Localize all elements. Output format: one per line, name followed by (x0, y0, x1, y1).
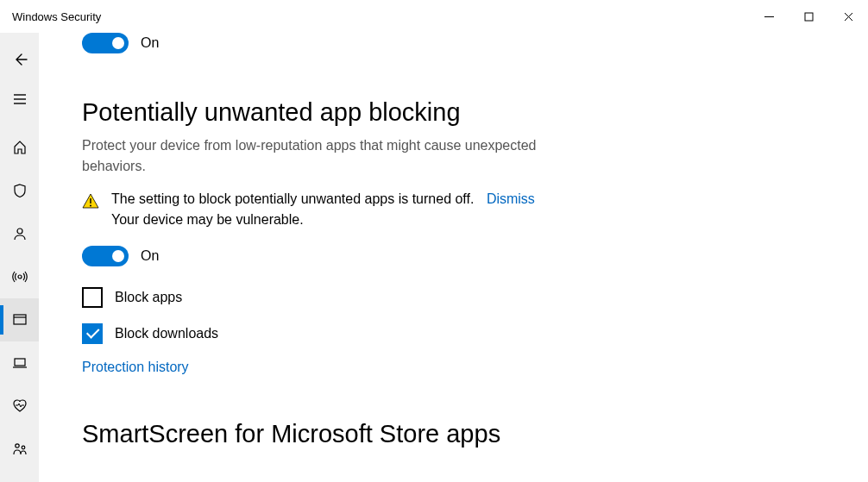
pua-warning-line1: The setting to block potentially unwante… (111, 191, 474, 206)
main-content: On Potentially unwanted app blocking Pro… (39, 33, 868, 482)
smartscreen-heading: SmartScreen for Microsoft Store apps (82, 420, 842, 448)
pua-warning-text-block: The setting to block potentially unwante… (111, 189, 535, 230)
protection-history-link[interactable]: Protection history (82, 360, 189, 375)
block-apps-row: Block apps (82, 287, 842, 308)
block-downloads-row: Block downloads (82, 323, 842, 344)
sidebar-item-device-security[interactable] (0, 341, 39, 385)
svg-rect-1 (805, 13, 813, 21)
pua-heading: Potentially unwanted app blocking (82, 98, 842, 127)
pua-description: Protect your device from low-reputation … (82, 135, 565, 177)
home-icon (12, 140, 28, 155)
body-area: On Potentially unwanted app blocking Pro… (0, 33, 868, 482)
pua-toggle-switch[interactable] (82, 246, 129, 266)
svg-point-12 (15, 444, 18, 448)
titlebar: Windows Security (0, 0, 868, 33)
maximize-button[interactable] (789, 0, 828, 33)
close-icon (844, 12, 853, 22)
window-controls (749, 0, 868, 33)
pua-warning-row: The setting to block potentially unwante… (82, 189, 842, 230)
minimize-button[interactable] (749, 0, 789, 33)
top-toggle-row: On (82, 33, 842, 53)
family-icon (12, 441, 28, 457)
sidebar (0, 33, 39, 482)
minimize-icon (764, 12, 774, 22)
close-button[interactable] (828, 0, 868, 33)
warning-icon (82, 192, 99, 210)
user-icon (12, 226, 28, 241)
sidebar-item-device-performance[interactable] (0, 385, 39, 428)
sidebar-item-virus[interactable] (0, 169, 39, 212)
svg-rect-9 (14, 315, 26, 324)
pua-toggle-label: On (141, 248, 159, 264)
smartscreen-section: SmartScreen for Microsoft Store apps (82, 420, 842, 448)
dismiss-link[interactable]: Dismiss (487, 191, 535, 206)
svg-point-7 (17, 228, 22, 234)
heart-icon (12, 398, 28, 414)
hamburger-icon (12, 91, 28, 107)
window-title: Windows Security (12, 10, 101, 23)
pua-warning-line2: Your device may be vulnerable. (111, 210, 535, 230)
svg-rect-11 (15, 359, 25, 366)
sidebar-item-account[interactable] (0, 212, 39, 255)
svg-point-15 (90, 205, 91, 207)
pua-section: Potentially unwanted app blocking Protec… (82, 98, 842, 375)
top-toggle-label: On (141, 35, 159, 51)
back-button[interactable] (0, 41, 39, 78)
top-toggle-switch[interactable] (82, 33, 129, 53)
block-downloads-checkbox[interactable] (82, 323, 103, 344)
laptop-icon (12, 355, 28, 371)
sidebar-item-family[interactable] (0, 428, 39, 471)
block-downloads-label: Block downloads (115, 326, 218, 341)
pua-warning-line1-row: The setting to block potentially unwante… (111, 189, 535, 210)
sidebar-item-firewall[interactable] (0, 255, 39, 298)
hamburger-button[interactable] (0, 78, 39, 121)
svg-point-13 (22, 446, 25, 449)
block-apps-label: Block apps (115, 290, 182, 305)
app-browser-icon (12, 312, 28, 328)
sidebar-item-home[interactable] (0, 126, 39, 169)
maximize-icon (804, 12, 814, 22)
pua-toggle-row: On (82, 246, 842, 266)
block-apps-checkbox[interactable] (82, 287, 103, 308)
svg-point-8 (18, 275, 22, 279)
shield-icon (12, 183, 28, 198)
sidebar-item-app-browser[interactable] (0, 298, 39, 341)
network-icon (12, 269, 28, 285)
arrow-left-icon (12, 52, 28, 67)
